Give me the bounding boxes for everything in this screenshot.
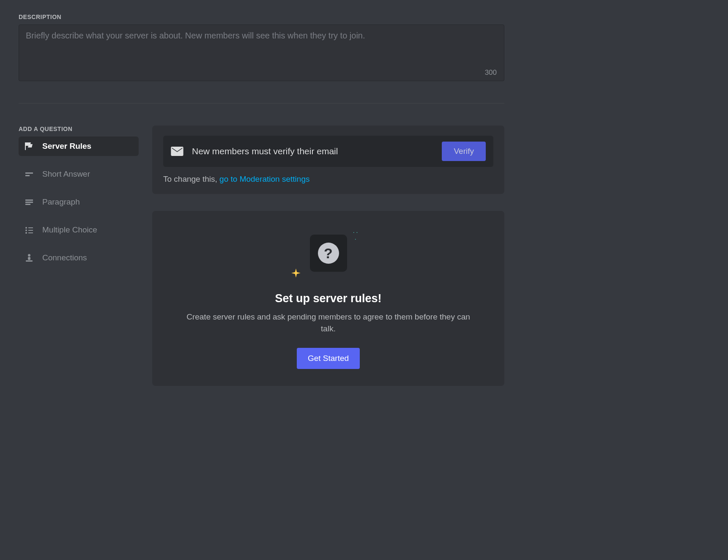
server-rules-card: ··· ? Set up server rules! Create server… — [152, 211, 504, 386]
svg-rect-8 — [28, 230, 33, 231]
rules-card-subtitle: Create server rules and ask pending memb… — [185, 311, 472, 334]
section-divider — [19, 103, 504, 104]
svg-point-11 — [28, 254, 30, 257]
svg-rect-12 — [28, 257, 30, 260]
sparkle-teal-icon: ··· — [353, 229, 360, 242]
moderation-hint-prefix: To change this, — [163, 175, 219, 183]
question-box-icon: ? — [310, 235, 347, 272]
question-mark-icon: ? — [318, 243, 339, 264]
svg-rect-10 — [28, 232, 33, 233]
verify-email-row: New members must verify their email Veri… — [163, 136, 493, 167]
question-type-multiple-choice[interactable]: Multiple Choice — [19, 220, 139, 240]
question-type-short-answer[interactable]: Short Answer — [19, 164, 139, 184]
description-textarea[interactable] — [19, 25, 504, 81]
question-type-label: Paragraph — [42, 197, 80, 207]
description-field-wrapper: 300 — [19, 25, 504, 83]
question-type-connections[interactable]: Connections — [19, 248, 139, 268]
mail-icon — [171, 147, 183, 156]
svg-rect-0 — [25, 172, 33, 174]
svg-rect-2 — [25, 199, 33, 201]
svg-point-9 — [25, 232, 27, 234]
add-question-label: Add a question — [19, 126, 139, 132]
question-type-label: Connections — [42, 253, 87, 262]
sparkle-yellow-icon — [290, 268, 301, 280]
moderation-hint: To change this, go to Moderation setting… — [163, 175, 493, 184]
svg-point-7 — [25, 229, 27, 231]
verify-email-text: New members must verify their email — [192, 146, 433, 156]
flag-icon — [24, 141, 35, 152]
question-type-label: Server Rules — [42, 142, 91, 151]
rules-illustration: ··· ? — [295, 229, 362, 284]
question-type-paragraph[interactable]: Paragraph — [19, 192, 139, 212]
svg-rect-4 — [25, 204, 30, 205]
question-type-label: Short Answer — [42, 169, 90, 179]
svg-point-5 — [25, 227, 27, 229]
svg-rect-1 — [25, 175, 30, 176]
svg-rect-13 — [26, 260, 33, 262]
multiple-choice-icon — [24, 224, 35, 235]
verify-email-card: New members must verify their email Veri… — [152, 126, 504, 194]
verify-button[interactable]: Verify — [442, 142, 486, 161]
question-type-server-rules[interactable]: Server Rules — [19, 137, 139, 156]
get-started-button[interactable]: Get Started — [297, 348, 360, 369]
paragraph-icon — [24, 197, 35, 208]
svg-rect-3 — [25, 202, 33, 203]
description-label: Description — [19, 14, 504, 20]
rules-card-title: Set up server rules! — [169, 292, 487, 305]
connections-icon — [24, 252, 35, 263]
short-answer-icon — [24, 169, 35, 180]
question-type-label: Multiple Choice — [42, 225, 97, 235]
description-char-count: 300 — [485, 68, 497, 77]
moderation-settings-link[interactable]: go to Moderation settings — [219, 175, 309, 183]
svg-rect-6 — [28, 227, 33, 228]
